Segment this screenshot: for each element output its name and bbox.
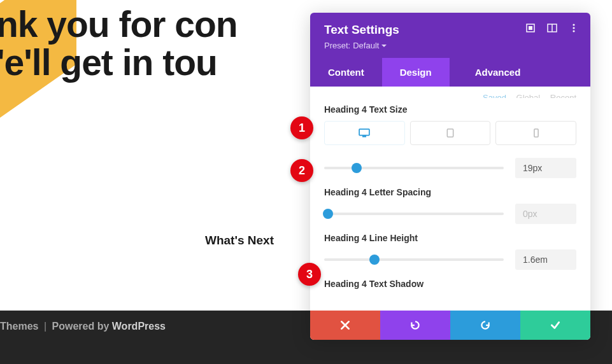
chevron-down-icon bbox=[381, 43, 387, 48]
svg-point-6 bbox=[573, 30, 574, 32]
slider-thumb[interactable] bbox=[323, 209, 333, 219]
panel-header[interactable]: Text Settings Preset: Default bbox=[310, 13, 590, 58]
line-height-label: Heading 4 Line Height bbox=[324, 233, 576, 243]
hero-text: nk you for con 'e'll get in tou bbox=[0, 5, 238, 82]
text-shadow-label: Heading 4 Text Shadow bbox=[324, 279, 576, 289]
snap-icon[interactable] bbox=[547, 23, 557, 33]
tab-content[interactable]: Content bbox=[310, 58, 382, 87]
desktop-icon bbox=[359, 129, 370, 137]
redo-icon bbox=[480, 319, 491, 331]
svg-rect-8 bbox=[363, 136, 366, 137]
redo-button[interactable] bbox=[450, 311, 520, 340]
undo-button[interactable] bbox=[380, 311, 450, 340]
tab-advanced[interactable]: Advanced bbox=[457, 58, 539, 87]
footer-powered: Powered by bbox=[52, 321, 110, 332]
close-icon bbox=[339, 319, 351, 331]
svg-point-5 bbox=[573, 27, 574, 29]
panel-body: Saved Global Recent Heading 4 Text Size … bbox=[310, 87, 590, 311]
letter-spacing-label: Heading 4 Letter Spacing bbox=[324, 187, 576, 197]
text-settings-panel: Text Settings Preset: Default Content De… bbox=[310, 13, 590, 340]
hero-line-2: 'e'll get in tou bbox=[0, 43, 238, 81]
more-icon[interactable] bbox=[569, 23, 579, 33]
annotation-badge-3: 3 bbox=[298, 263, 321, 286]
letter-spacing-value[interactable]: 0px bbox=[515, 204, 576, 224]
panel-action-bar bbox=[310, 311, 590, 340]
save-button[interactable] bbox=[520, 311, 590, 340]
body-top-row: Saved Global Recent bbox=[324, 93, 576, 98]
undo-icon bbox=[409, 319, 421, 331]
footer-themes: Themes bbox=[0, 321, 38, 332]
svg-rect-10 bbox=[534, 129, 538, 137]
slider-thumb[interactable] bbox=[352, 163, 362, 173]
svg-rect-7 bbox=[359, 129, 369, 136]
tab-design[interactable]: Design bbox=[382, 58, 450, 87]
check-icon bbox=[550, 319, 561, 331]
annotation-badge-1: 1 bbox=[290, 116, 313, 139]
line-height-row: 1.6em bbox=[324, 249, 576, 270]
hero-line-1: nk you for con bbox=[0, 5, 238, 43]
device-desktop[interactable] bbox=[324, 121, 405, 145]
text-size-value[interactable]: 19px bbox=[515, 158, 576, 178]
panel-tabs: Content Design Advanced bbox=[310, 58, 590, 87]
annotation-badge-2: 2 bbox=[290, 159, 313, 182]
whats-next-heading: What's Next bbox=[205, 234, 274, 248]
panel-title: Text Settings bbox=[324, 23, 399, 37]
line-height-value[interactable]: 1.6em bbox=[515, 249, 576, 270]
preset-dropdown[interactable]: Preset: Default bbox=[324, 41, 399, 50]
letter-spacing-slider[interactable] bbox=[324, 213, 504, 215]
responsive-device-tabs bbox=[324, 121, 576, 145]
svg-rect-9 bbox=[447, 129, 453, 137]
device-phone[interactable] bbox=[495, 121, 576, 145]
text-size-label: Heading 4 Text Size bbox=[324, 104, 576, 115]
svg-rect-1 bbox=[529, 26, 532, 30]
close-button[interactable] bbox=[310, 311, 380, 340]
footer-text: Themes | Powered by WordPress bbox=[0, 321, 166, 332]
svg-point-4 bbox=[573, 24, 574, 25]
slider-thumb[interactable] bbox=[369, 255, 380, 265]
text-size-slider[interactable] bbox=[324, 167, 504, 169]
device-tablet[interactable] bbox=[410, 121, 491, 145]
line-height-slider[interactable] bbox=[324, 258, 504, 261]
phone-icon bbox=[530, 129, 542, 137]
expand-icon[interactable] bbox=[525, 23, 536, 33]
footer-sep: | bbox=[44, 321, 46, 332]
panel-header-actions bbox=[525, 23, 579, 33]
tablet-icon bbox=[445, 129, 456, 137]
footer-wordpress: WordPress bbox=[112, 321, 166, 332]
text-size-row: 19px bbox=[324, 158, 576, 178]
letter-spacing-row: 0px bbox=[324, 204, 576, 224]
